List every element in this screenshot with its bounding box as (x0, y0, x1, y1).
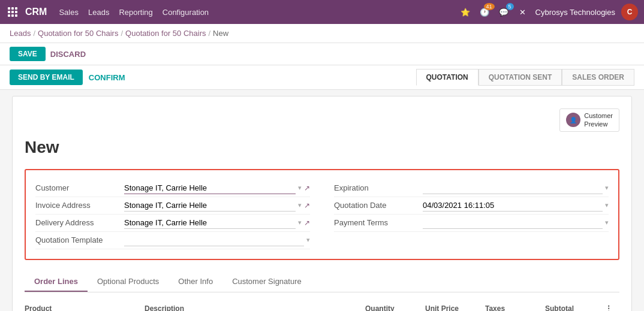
customer-preview-avatar: 👤 (566, 113, 580, 127)
form-row-quotation-template: Quotation Template ▾ (35, 232, 310, 249)
tab-customer-signature[interactable]: Customer Signature (222, 272, 311, 292)
payment-terms-dropdown-icon[interactable]: ▾ (605, 219, 609, 227)
col-extra: ⋮ (605, 304, 619, 311)
delivery-address-input[interactable] (124, 217, 296, 229)
form-card: 👤 CustomerPreview New Customer ▾ ↗ (12, 96, 632, 311)
customer-preview-row: 👤 CustomerPreview (25, 108, 619, 132)
invoice-address-input[interactable] (124, 200, 296, 212)
tab-quotation[interactable]: QUOTATION (416, 69, 479, 86)
col-quantity: Quantity (365, 304, 425, 311)
payment-terms-input-wrap: ▾ (423, 217, 609, 229)
top-navigation: CRM Sales Leads Reporting Configuration … (0, 0, 644, 24)
delivery-dropdown-icon[interactable]: ▾ (298, 219, 302, 227)
col-description: Description (145, 304, 365, 311)
invoice-external-link-icon[interactable]: ↗ (304, 201, 310, 210)
app-logo: CRM (25, 7, 47, 17)
quotation-date-dropdown-icon[interactable]: ▾ (605, 201, 609, 209)
main-menu: Sales Leads Reporting Configuration (59, 8, 209, 17)
form-left-column: Customer ▾ ↗ Invoice Address ▾ (35, 180, 310, 249)
avatar[interactable]: C (621, 4, 638, 20)
form-grid: Customer ▾ ↗ Invoice Address ▾ (35, 180, 609, 249)
breadcrumb-current: New (213, 29, 228, 38)
clock-badge: 41 (484, 3, 495, 10)
form-row-customer: Customer ▾ ↗ (35, 180, 310, 197)
order-table-header: Product Description Quantity Unit Price … (25, 302, 619, 311)
quotation-template-input-wrap: ▾ (124, 234, 310, 246)
form-row-payment-terms: Payment Terms ▾ (334, 215, 609, 232)
menu-leads[interactable]: Leads (88, 8, 109, 17)
label-customer: Customer (35, 183, 119, 192)
status-bar: SEND BY EMAIL CONFIRM QUOTATION QUOTATIO… (0, 65, 644, 90)
delivery-external-link-icon[interactable]: ↗ (304, 219, 310, 227)
tab-sales-order[interactable]: SALES ORDER (562, 69, 634, 86)
label-quotation-date: Quotation Date (334, 201, 418, 210)
quotation-date-input-wrap: ▾ (423, 200, 609, 212)
breadcrumb: Leads / Quotation for 50 Chairs / Quotat… (0, 24, 644, 43)
customer-preview-label: CustomerPreview (584, 111, 613, 129)
col-unit-price: Unit Price (425, 304, 485, 311)
grid-menu-icon[interactable] (6, 5, 19, 19)
customer-input[interactable] (124, 182, 296, 194)
label-invoice-address: Invoice Address (35, 201, 119, 210)
invoice-address-input-wrap: ▾ ↗ (124, 200, 310, 212)
tab-other-info[interactable]: Other Info (168, 272, 222, 292)
label-quotation-template: Quotation Template (35, 235, 119, 244)
close-icon[interactable]: ✕ (516, 5, 529, 19)
quotation-template-input[interactable] (124, 234, 304, 246)
send-email-button[interactable]: SEND BY EMAIL (10, 70, 83, 85)
payment-terms-input[interactable] (423, 217, 603, 229)
form-row-quotation-date: Quotation Date ▾ (334, 197, 609, 215)
expiration-input-wrap: ▾ (423, 182, 609, 194)
col-taxes: Taxes (485, 304, 545, 311)
form-row-invoice-address: Invoice Address ▾ ↗ (35, 197, 310, 215)
star-icon[interactable]: ⭐ (459, 5, 472, 19)
confirm-button[interactable]: CONFIRM (89, 73, 125, 82)
expiration-dropdown-icon[interactable]: ▾ (605, 184, 609, 192)
invoice-dropdown-icon[interactable]: ▾ (298, 201, 302, 209)
tab-order-lines[interactable]: Order Lines (25, 272, 88, 292)
form-title: New (25, 138, 619, 157)
label-payment-terms: Payment Terms (334, 218, 418, 227)
company-name: Cybrosys Technologies (535, 8, 615, 17)
customer-input-wrap: ▾ ↗ (124, 182, 310, 194)
form-right-column: Expiration ▾ Quotation Date ▾ (334, 180, 609, 249)
action-bar: SAVE DISCARD (0, 43, 644, 65)
customer-dropdown-icon[interactable]: ▾ (298, 184, 302, 192)
form-row-expiration: Expiration ▾ (334, 180, 609, 197)
col-subtotal: Subtotal (545, 304, 605, 311)
form-row-delivery-address: Delivery Address ▾ ↗ (35, 215, 310, 232)
menu-reporting[interactable]: Reporting (119, 8, 152, 17)
customer-external-link-icon[interactable]: ↗ (304, 184, 310, 192)
discard-button[interactable]: DISCARD (50, 50, 86, 59)
customer-preview-button[interactable]: 👤 CustomerPreview (559, 108, 619, 132)
menu-configuration[interactable]: Configuration (162, 8, 209, 17)
clock-badge-wrap[interactable]: 🕐 41 (478, 5, 491, 19)
label-expiration: Expiration (334, 183, 418, 192)
template-dropdown-icon[interactable]: ▾ (306, 236, 310, 244)
breadcrumb-quotation2[interactable]: Quotation for 50 Chairs (125, 29, 206, 38)
status-tabs: QUOTATION QUOTATION SENT SALES ORDER (416, 69, 634, 86)
tab-quotation-sent[interactable]: QUOTATION SENT (479, 69, 562, 86)
chat-badge-wrap[interactable]: 💬 5 (497, 5, 510, 19)
label-delivery-address: Delivery Address (35, 218, 119, 227)
form-fields-wrapper: Customer ▾ ↗ Invoice Address ▾ (25, 169, 619, 260)
expiration-input[interactable] (423, 182, 603, 194)
tab-optional-products[interactable]: Optional Products (88, 272, 168, 292)
chat-badge: 5 (506, 3, 514, 10)
form-tabs: Order Lines Optional Products Other Info… (25, 272, 619, 292)
delivery-address-input-wrap: ▾ ↗ (124, 217, 310, 229)
save-button[interactable]: SAVE (10, 47, 46, 61)
quotation-date-input[interactable] (423, 200, 603, 212)
col-product: Product (25, 304, 145, 311)
breadcrumb-quotation1[interactable]: Quotation for 50 Chairs (38, 29, 118, 38)
menu-sales[interactable]: Sales (59, 8, 79, 17)
top-nav-right: ⭐ 🕐 41 💬 5 ✕ Cybrosys Technologies C (459, 4, 638, 20)
main-content: 👤 CustomerPreview New Customer ▾ ↗ (0, 90, 644, 311)
breadcrumb-leads[interactable]: Leads (10, 29, 31, 38)
